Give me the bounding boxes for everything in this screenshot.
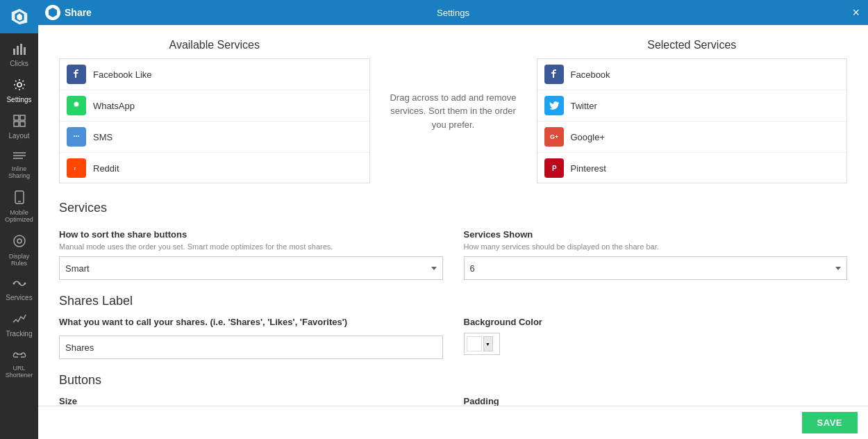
pinterest-selected-icon: P bbox=[544, 158, 564, 178]
buttons-section: Buttons Size How big you want the share … bbox=[59, 373, 847, 406]
content-area: Available Services Facebook Like WhatsAp… bbox=[38, 25, 868, 406]
drag-info: Drag across to add and remove services. … bbox=[384, 39, 523, 183]
shown-field-col: Services Shown How many services should … bbox=[464, 229, 848, 280]
sidebar-item-settings[interactable]: Settings bbox=[0, 73, 38, 109]
svg-rect-3 bbox=[13, 49, 15, 55]
save-button[interactable]: SAVE bbox=[802, 412, 858, 433]
list-item[interactable]: r Reddit bbox=[60, 153, 369, 183]
sidebar-item-url-shortener-label: URLShortener bbox=[6, 365, 33, 379]
facebook-selected-icon bbox=[544, 65, 564, 84]
sort-desc: Manual mode uses the order you set. Smar… bbox=[59, 242, 443, 251]
svg-text:r: r bbox=[74, 165, 76, 172]
sidebar-item-mobile-label: MobileOptimized bbox=[5, 209, 33, 223]
sidebar-item-clicks[interactable]: Clicks bbox=[0, 37, 38, 73]
close-button[interactable]: × bbox=[852, 6, 860, 19]
services-panel: Available Services Facebook Like WhatsAp… bbox=[59, 39, 847, 183]
size-field-col: Size How big you want the share icons to… bbox=[59, 396, 443, 406]
shown-select[interactable]: 6 1234578 bbox=[464, 256, 848, 280]
svg-rect-8 bbox=[14, 115, 19, 120]
buttons-fields-row: Size How big you want the share icons to… bbox=[59, 396, 847, 406]
color-swatch[interactable] bbox=[467, 336, 482, 351]
svg-text:G+: G+ bbox=[550, 133, 558, 140]
shares-label-input[interactable] bbox=[59, 336, 443, 359]
settings-icon bbox=[13, 78, 26, 94]
svg-rect-5 bbox=[20, 44, 22, 55]
list-item[interactable]: Twitter bbox=[537, 90, 847, 122]
label-label: What you want to call your shares. (i.e.… bbox=[59, 317, 443, 327]
sidebar-item-mobile-optimized[interactable]: MobileOptimized bbox=[0, 185, 38, 229]
services-fields-row: How to sort the share buttons Manual mod… bbox=[59, 229, 847, 280]
inline-sharing-icon bbox=[12, 151, 26, 163]
list-item-name: SMS bbox=[93, 132, 112, 142]
list-item[interactable]: Facebook bbox=[537, 59, 847, 90]
list-item[interactable]: WhatsApp bbox=[60, 90, 369, 122]
selected-services-panel: Selected Services Facebook Twitter bbox=[537, 39, 848, 183]
list-item-name: Twitter bbox=[571, 101, 597, 111]
layout-icon bbox=[13, 115, 26, 130]
googleplus-selected-icon: G+ bbox=[544, 127, 564, 147]
sms-icon bbox=[67, 127, 86, 147]
svg-point-19 bbox=[12, 283, 15, 285]
available-services-panel: Available Services Facebook Like WhatsAp… bbox=[59, 39, 370, 183]
size-label: Size bbox=[59, 396, 443, 406]
svg-rect-6 bbox=[24, 47, 26, 55]
facebook-like-icon bbox=[67, 65, 86, 84]
twitter-selected-icon bbox=[544, 96, 564, 115]
shown-label: Services Shown bbox=[464, 229, 848, 240]
shares-label-section: Shares Label What you want to call your … bbox=[59, 294, 847, 359]
list-item-name: Pinterest bbox=[571, 163, 606, 174]
sort-select[interactable]: Smart Manual bbox=[59, 256, 443, 280]
sort-field-col: How to sort the share buttons Manual mod… bbox=[59, 229, 443, 280]
padding-label: Padding bbox=[464, 396, 848, 406]
svg-text:P: P bbox=[552, 165, 557, 172]
list-item-name: Google+ bbox=[571, 132, 606, 142]
topbar-settings-label: Settings bbox=[437, 8, 469, 18]
sidebar-item-layout[interactable]: Layout bbox=[0, 109, 38, 145]
services-icon bbox=[12, 278, 26, 292]
available-services-list[interactable]: Facebook Like WhatsApp SMS bbox=[59, 58, 370, 183]
sidebar-item-inline-sharing-label: InlineSharing bbox=[8, 165, 30, 179]
svg-marker-23 bbox=[49, 8, 57, 17]
color-dropdown-button[interactable]: ▼ bbox=[483, 336, 493, 351]
sidebar-item-inline-sharing[interactable]: InlineSharing bbox=[0, 145, 38, 185]
topbar-logo: Share bbox=[45, 5, 92, 20]
svg-point-17 bbox=[14, 235, 25, 247]
buttons-section-title: Buttons bbox=[59, 373, 847, 388]
svg-rect-11 bbox=[20, 122, 25, 126]
tracking-icon bbox=[12, 313, 26, 328]
svg-point-18 bbox=[17, 239, 22, 243]
shares-label-row: What you want to call your shares. (i.e.… bbox=[59, 317, 847, 359]
services-section-title: Services bbox=[59, 201, 847, 219]
sidebar-item-services[interactable]: Services bbox=[0, 272, 38, 307]
sidebar-header bbox=[0, 0, 38, 33]
svg-rect-10 bbox=[14, 122, 19, 126]
clicks-icon bbox=[12, 42, 26, 58]
sidebar-item-url-shortener[interactable]: URLShortener bbox=[0, 343, 38, 384]
topbar-logo-icon bbox=[45, 5, 60, 20]
services-section: Services How to sort the share buttons M… bbox=[59, 201, 847, 280]
svg-point-7 bbox=[17, 83, 22, 87]
sidebar-item-display-rules[interactable]: DisplayRules bbox=[0, 229, 38, 272]
list-item[interactable]: Facebook Like bbox=[60, 59, 369, 90]
available-services-title: Available Services bbox=[59, 39, 370, 51]
svg-rect-4 bbox=[17, 46, 19, 55]
url-shortener-icon bbox=[12, 349, 26, 363]
svg-rect-9 bbox=[20, 115, 25, 120]
list-item-name: Reddit bbox=[93, 163, 119, 174]
whatsapp-icon bbox=[67, 96, 86, 115]
mobile-optimized-icon bbox=[15, 190, 24, 207]
sidebar-item-settings-label: Settings bbox=[6, 96, 31, 103]
topbar: Share Settings × bbox=[38, 0, 868, 25]
sidebar-item-tracking[interactable]: Tracking bbox=[0, 307, 38, 343]
selected-services-list[interactable]: Facebook Twitter G+ Google+ bbox=[537, 58, 848, 183]
sidebar-item-clicks-label: Clicks bbox=[10, 60, 28, 67]
app-name: Share bbox=[65, 7, 92, 18]
main-area: Share Settings × Available Services Face… bbox=[38, 0, 868, 439]
list-item[interactable]: G+ Google+ bbox=[537, 122, 847, 153]
svg-point-27 bbox=[76, 135, 77, 137]
svg-point-21 bbox=[24, 283, 26, 285]
list-item[interactable]: P Pinterest bbox=[537, 153, 847, 183]
list-item[interactable]: SMS bbox=[60, 122, 369, 153]
sidebar-item-tracking-label: Tracking bbox=[6, 330, 33, 338]
svg-point-20 bbox=[18, 283, 20, 285]
